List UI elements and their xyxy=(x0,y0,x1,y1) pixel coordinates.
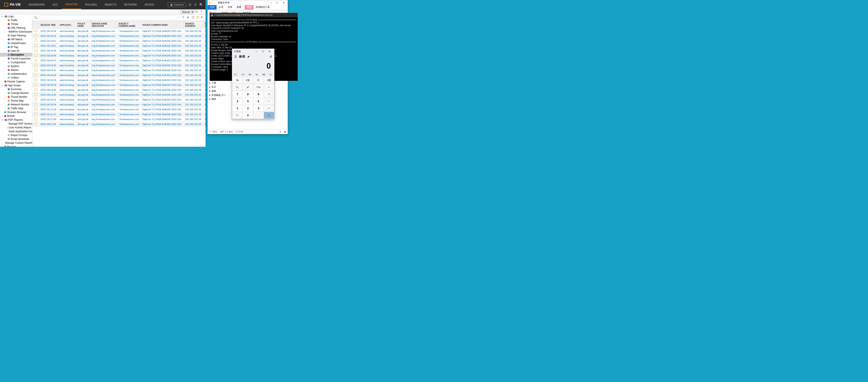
clear-filter-icon[interactable]: ✕ xyxy=(182,16,186,20)
calc-btn-6[interactable]: 6 xyxy=(253,98,264,105)
log-row[interactable]: 03/31 00:24:39web-browsingdecrypt-allimg… xyxy=(33,88,206,92)
nav-monitor[interactable]: MONITOR xyxy=(62,0,81,9)
sidebar-item-url-filtering[interactable]: URL Filtering xyxy=(0,26,32,30)
view-icons-icon[interactable]: ▦ xyxy=(284,130,286,133)
sidebar-item-threat-monitor[interactable]: Threat Monitor xyxy=(0,95,32,99)
nav-objects[interactable]: OBJECTS xyxy=(101,0,120,9)
log-row[interactable]: 03/31 00:24:54web-browsingdecrypt-allimg… xyxy=(33,29,206,34)
nav-dashboard[interactable]: DASHBOARD xyxy=(25,0,49,9)
row-detail-icon[interactable] xyxy=(33,117,39,122)
nav-device[interactable]: DEVICE xyxy=(141,0,158,9)
log-row[interactable]: 03/31 00:24:34web-browsingdecrypt-allimg… xyxy=(33,102,206,107)
calc-btn-9[interactable]: 9 xyxy=(253,91,264,98)
on-top-icon[interactable]: ⬈ xyxy=(247,55,250,58)
ribbon-tab-home[interactable]: 主页 xyxy=(217,5,225,9)
log-row[interactable]: 03/31 00:21:55web-browsingdecrypt-allimg… xyxy=(33,122,206,127)
log-row[interactable]: 03/31 00:24:52web-browsingdecrypt-allimg… xyxy=(33,38,206,43)
calc-btn-5[interactable]: 5 xyxy=(243,98,253,105)
row-detail-icon[interactable] xyxy=(33,48,39,53)
explorer-titlebar[interactable]: 📁 新建文件夹 ─ ☐ ✕ xyxy=(208,0,288,5)
row-detail-icon[interactable] xyxy=(33,43,39,48)
calc-memory-mc[interactable]: MC xyxy=(234,74,238,76)
row-detail-icon[interactable] xyxy=(33,73,39,78)
sidebar-item-user-id[interactable]: User-ID xyxy=(0,49,32,53)
col-header[interactable]: SUBJECT COMMON NAME xyxy=(117,21,141,29)
export-icon[interactable]: ⬇ xyxy=(201,16,205,20)
nav-network[interactable]: NETWORK xyxy=(120,0,141,9)
col-header[interactable]: APPLICATI... xyxy=(58,21,76,29)
log-row[interactable]: 03/31 00:21:59web-browsingdecrypt-allimg… xyxy=(33,107,206,112)
ribbon-tab-view[interactable]: 查看 xyxy=(235,5,243,9)
log-row[interactable]: 03/31 00:24:51web-browsingdecrypt-allimg… xyxy=(33,43,206,48)
calc-btn-8[interactable]: 8 xyxy=(243,91,253,98)
calc-btn-²√x[interactable]: ²√x xyxy=(253,84,264,91)
col-header[interactable]: DESTINATI... ADDRESS xyxy=(203,21,206,29)
log-row[interactable]: 03/31 00:24:49web-browsingdecrypt-allimg… xyxy=(33,48,206,53)
sidebar-item-traffic[interactable]: Traffic xyxy=(0,18,32,22)
pavm-logo[interactable]: PA-VM xyxy=(0,3,25,7)
calculator-titlebar[interactable]: 计算器 ─ ☐ ✕ xyxy=(232,49,274,54)
sidebar-item-data-filtering[interactable]: Data Filtering xyxy=(0,34,32,37)
calc-btn-4[interactable]: 4 xyxy=(232,98,243,105)
commit-button[interactable]: 🔒 Commit ▾ xyxy=(168,3,186,7)
col-header[interactable]: SOURCE ADDRESS xyxy=(183,21,203,29)
calc-memory-m+[interactable]: M+ xyxy=(249,74,252,76)
sidebar-item-session-browser[interactable]: Session Browser xyxy=(0,110,32,114)
sidebar-item-tunnel-inspection[interactable]: Tunnel Inspection xyxy=(0,57,32,60)
sidebar-item-report-groups[interactable]: Report Groups xyxy=(0,133,32,137)
log-row[interactable]: 03/31 00:24:40web-browsingdecrypt-allimg… xyxy=(33,73,206,78)
row-detail-icon[interactable] xyxy=(33,68,39,73)
sidebar-item-network-monitor[interactable]: Network Monitor xyxy=(0,102,32,107)
col-header[interactable]: SERVER NAME INDICATION xyxy=(90,21,117,29)
log-row[interactable]: 03/31 00:24:53web-browsingdecrypt-allimg… xyxy=(33,34,206,38)
calc-btn-1[interactable]: 1 xyxy=(232,105,243,112)
row-detail-icon[interactable] xyxy=(33,53,39,58)
sidebar-item-authentication[interactable]: Authentication xyxy=(0,72,32,76)
sidebar-item-alarms[interactable]: Alarms xyxy=(0,68,32,72)
search-input[interactable] xyxy=(39,15,177,20)
explorer-tree-item[interactable]: ▸桌面 xyxy=(209,89,228,93)
sidebar-item-unified[interactable]: Unified xyxy=(0,76,32,80)
calc-memory-m-[interactable]: M- xyxy=(256,74,258,76)
sidebar-item-summary[interactable]: Summary xyxy=(0,87,32,91)
log-row[interactable]: 03/31 00:21:56web-browsingdecrypt-allimg… xyxy=(33,117,206,122)
row-detail-icon[interactable] xyxy=(33,88,39,92)
nav-acc[interactable]: ACC xyxy=(49,0,61,9)
sidebar-item-threat-map[interactable]: Threat Map xyxy=(0,99,32,102)
sidebar-item-email-scheduler[interactable]: Email Scheduler xyxy=(0,137,32,141)
calc-btn-=[interactable]: = xyxy=(264,112,274,119)
sidebar-item-system[interactable]: System xyxy=(0,64,32,68)
row-detail-icon[interactable] xyxy=(33,29,39,34)
sidebar-item-traffic-map[interactable]: Traffic Map xyxy=(0,107,32,110)
calc-memory-mr[interactable]: MR xyxy=(242,74,245,76)
sidebar-item-ip-tag[interactable]: IP-Tag xyxy=(0,45,32,49)
tasks-icon[interactable]: ☰ xyxy=(188,3,192,7)
row-detail-icon[interactable] xyxy=(33,112,39,117)
log-row[interactable]: 03/31 00:24:39web-browsingdecrypt-allimg… xyxy=(33,78,206,83)
sidebar-item-globalprotect[interactable]: GlobalProtect xyxy=(0,41,32,45)
calc-btn-+[interactable]: + xyxy=(264,105,274,112)
row-detail-icon[interactable] xyxy=(33,58,39,63)
calc-btn-⁺/₋[interactable]: ⁺/₋ xyxy=(232,112,243,119)
calc-btn-2[interactable]: 2 xyxy=(243,105,253,112)
view-details-icon[interactable]: ☰ xyxy=(280,130,281,133)
row-detail-icon[interactable] xyxy=(33,107,39,112)
calc-btn-C[interactable]: C xyxy=(253,77,264,84)
calc-maximize-button[interactable]: ☐ xyxy=(260,49,266,54)
calc-btn-÷[interactable]: ÷ xyxy=(264,84,274,91)
col-header[interactable]: ISSUER COMMON NAME xyxy=(141,21,183,29)
ribbon-tab-apptools[interactable]: 应用程序工具 xyxy=(254,5,272,9)
row-detail-icon[interactable] xyxy=(33,83,39,88)
calc-close-button[interactable]: ✕ xyxy=(266,49,273,54)
log-row[interactable]: 03/31 00:24:41web-browsingdecrypt-allimg… xyxy=(33,68,206,73)
calc-btn-7[interactable]: 7 xyxy=(232,91,243,98)
sidebar-item-pdf-reports[interactable]: ▾PDF Reports xyxy=(0,118,32,122)
minimize-button[interactable]: ─ xyxy=(268,0,274,5)
sidebar-item-saas-application-usage[interactable]: SaaS Application Usage xyxy=(0,129,32,133)
sidebar-item-wildfire-submissions[interactable]: WildFire Submissions xyxy=(0,30,32,34)
calc-minimize-button[interactable]: ─ xyxy=(253,49,260,54)
maximize-button[interactable]: ☐ xyxy=(274,0,280,5)
help-icon[interactable]: ? xyxy=(200,10,204,13)
calc-btn-CE[interactable]: CE xyxy=(243,77,253,84)
calc-btn-x²[interactable]: x² xyxy=(243,84,253,91)
